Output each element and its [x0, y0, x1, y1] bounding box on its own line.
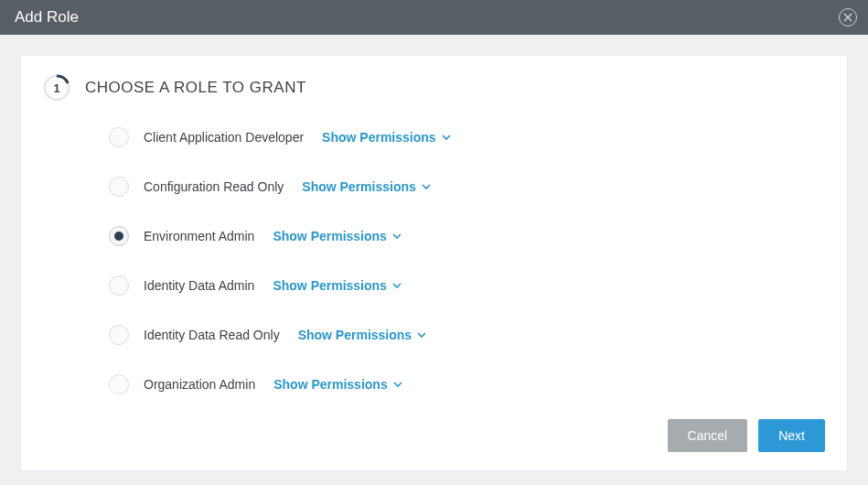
role-radio[interactable] [109, 275, 129, 296]
role-radio[interactable] [109, 127, 129, 147]
next-button[interactable]: Next [758, 419, 825, 452]
chevron-down-icon [393, 380, 402, 389]
chevron-down-icon [417, 330, 426, 340]
chevron-down-icon [392, 232, 402, 241]
show-permissions-toggle[interactable]: Show Permissions [298, 328, 426, 342]
role-radio[interactable] [109, 374, 129, 394]
chevron-down-icon [422, 182, 431, 191]
modal-title: Add Role [15, 8, 79, 27]
show-permissions-toggle[interactable]: Show Permissions [273, 229, 401, 243]
step-title: CHOOSE A ROLE TO GRANT [85, 79, 306, 97]
show-permissions-toggle[interactable]: Show Permissions [322, 130, 450, 145]
chevron-down-icon [392, 281, 402, 290]
show-permissions-toggle[interactable]: Show Permissions [273, 377, 402, 392]
show-permissions-toggle[interactable]: Show Permissions [302, 179, 430, 194]
step-indicator: 1 [43, 74, 70, 102]
show-permissions-label: Show Permissions [302, 179, 415, 194]
role-label: Identity Data Read Only [144, 328, 280, 342]
content-wrap: 1 CHOOSE A ROLE TO GRANT Client Applicat… [0, 35, 868, 471]
role-row-environment-admin: Environment Admin Show Permissions [109, 226, 825, 246]
cancel-button[interactable]: Cancel [668, 419, 748, 452]
role-row-identity-data-admin: Identity Data Admin Show Permissions [109, 275, 825, 296]
role-row-organization-admin: Organization Admin Show Permissions [109, 374, 825, 394]
wizard-card: 1 CHOOSE A ROLE TO GRANT Client Applicat… [20, 55, 848, 471]
role-label: Identity Data Admin [144, 278, 254, 293]
role-label: Organization Admin [144, 377, 255, 392]
role-row-configuration-read-only: Configuration Read Only Show Permissions [109, 177, 825, 197]
role-label: Environment Admin [144, 229, 254, 243]
role-label: Configuration Read Only [144, 179, 284, 194]
step-number: 1 [53, 81, 59, 95]
close-icon [843, 13, 852, 22]
close-button[interactable] [839, 8, 857, 27]
role-row-client-application-developer: Client Application Developer Show Permis… [109, 127, 825, 147]
role-list: Client Application Developer Show Permis… [43, 127, 825, 394]
chevron-down-icon [442, 133, 451, 142]
role-label: Client Application Developer [144, 130, 304, 145]
role-radio[interactable] [109, 325, 129, 345]
role-radio[interactable] [109, 177, 129, 197]
show-permissions-label: Show Permissions [273, 278, 386, 293]
show-permissions-label: Show Permissions [298, 328, 412, 342]
modal-header: Add Role [0, 0, 868, 35]
show-permissions-label: Show Permissions [273, 377, 387, 392]
step-header: 1 CHOOSE A ROLE TO GRANT [43, 74, 825, 102]
show-permissions-label: Show Permissions [273, 229, 386, 243]
show-permissions-toggle[interactable]: Show Permissions [273, 278, 401, 293]
role-row-identity-data-read-only: Identity Data Read Only Show Permissions [109, 325, 825, 345]
wizard-footer: Cancel Next [668, 419, 825, 452]
role-radio[interactable] [109, 226, 129, 246]
show-permissions-label: Show Permissions [322, 130, 435, 145]
